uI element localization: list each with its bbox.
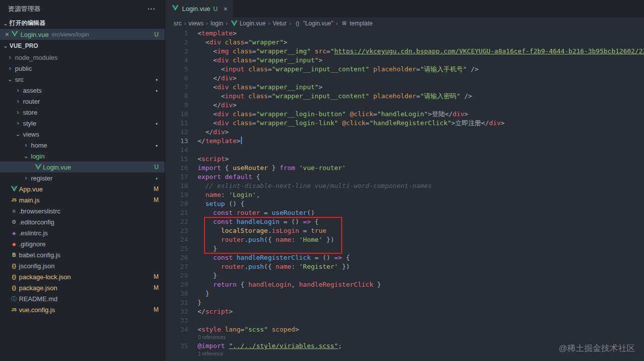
chevron-right-icon: ›: [14, 120, 22, 127]
tree-item-Login.vue[interactable]: Login.vueU: [0, 162, 165, 173]
tree-item-package.json[interactable]: {}package.jsonM: [0, 282, 165, 293]
tree-item-store[interactable]: ›store: [0, 107, 165, 118]
tree-item-src[interactable]: ⌄src●: [0, 74, 165, 85]
tree-item-register[interactable]: ›register●: [0, 173, 165, 183]
code-editor[interactable]: 1<template>2 <div class="wrapper">3 <img…: [165, 29, 644, 361]
code-line-8[interactable]: 8 <input class="wrapper__input__content"…: [165, 92, 644, 101]
code-line-9[interactable]: 9 </div>: [165, 101, 644, 110]
breadcrumb-item-login[interactable]: login: [211, 20, 223, 27]
code-line-22[interactable]: 22 const handleLogin = () => {: [165, 217, 644, 226]
tree-item-style[interactable]: ›style●: [0, 118, 165, 129]
tree-item-README.md[interactable]: ⓘREADME.md: [0, 293, 165, 304]
tree-item-.editorconfig[interactable]: ⚙.editorconfig: [0, 216, 165, 227]
tab-close-icon[interactable]: ×: [223, 5, 227, 13]
tree-item-package-lock.json[interactable]: {}package-lock.jsonM: [0, 271, 165, 282]
code-line-20[interactable]: 20 setup () {: [165, 199, 644, 208]
more-actions-icon[interactable]: ···: [148, 5, 156, 12]
code-line-24[interactable]: 24 router.push({ name: 'Home' }): [165, 235, 644, 244]
tree-item-node_modules[interactable]: ›node_modules: [0, 52, 165, 63]
code-line-7[interactable]: 7 <div class="wrapper__input">: [165, 83, 644, 92]
breadcrumb-item-src[interactable]: src: [174, 20, 182, 27]
code-line-14[interactable]: 14: [165, 146, 644, 155]
breadcrumb-item-views[interactable]: views: [189, 20, 204, 27]
code-line-34[interactable]: 34<style lang="scss" scoped>: [165, 325, 644, 334]
code-line-4[interactable]: 4 <div class="wrapper__input">: [165, 56, 644, 65]
line-number: 4: [165, 56, 188, 65]
tree-item-.gitignore[interactable]: ◆.gitignore: [0, 238, 165, 249]
code-line-17[interactable]: 17export default {: [165, 173, 644, 181]
git-change-dot: ●: [156, 122, 158, 125]
line-number: 29: [165, 280, 188, 289]
breadcrumb-item-template[interactable]: ⊞template: [340, 20, 373, 27]
line-number: 20: [165, 199, 188, 208]
code-line-13[interactable]: 13</template>: [165, 137, 644, 146]
code-line-11[interactable]: 11 <div class="wrapper__login-link" @cli…: [165, 119, 644, 128]
code-line-2[interactable]: 2 <div class="wrapper">: [165, 38, 644, 47]
tree-item-label: public: [15, 65, 32, 72]
code-line-5[interactable]: 5 <input class="wrapper__input__content"…: [165, 65, 644, 74]
tree-item-home[interactable]: ›home●: [0, 140, 165, 151]
code-line-28[interactable]: 28 }: [165, 271, 644, 280]
code-line-26[interactable]: 26 const handleRegisterClick = () => {: [165, 253, 644, 262]
tree-item-assets[interactable]: ›assets●: [0, 85, 165, 96]
breadcrumb-item-Login.vue[interactable]: {}"Login.vue": [293, 20, 333, 27]
explorer-header: 资源管理器 ···: [0, 0, 165, 17]
code-line-30[interactable]: 30 }: [165, 289, 644, 298]
open-editor-filename: Login.vue: [20, 31, 48, 38]
breadcrumb-item-label: src: [174, 20, 182, 27]
code-line-33[interactable]: 33: [165, 316, 644, 325]
tree-item-login[interactable]: ⌄login: [0, 151, 165, 162]
line-number: 14: [165, 146, 188, 155]
tree-item-router[interactable]: ›router: [0, 96, 165, 107]
code-line-16[interactable]: 16import { useRouter } from 'vue-router': [165, 164, 644, 173]
code-line-32[interactable]: 32</script>: [165, 307, 644, 316]
code-line-6[interactable]: 6 </div>: [165, 74, 644, 83]
text-cursor: [241, 137, 242, 144]
codelens-references[interactable]: 0 references: [165, 334, 644, 342]
tree-item-babel.config.js[interactable]: Bbabel.config.js: [0, 249, 165, 260]
line-number: 22: [165, 217, 188, 226]
tree-item-main.js[interactable]: JSmain.jsM: [0, 194, 165, 205]
code-line-19[interactable]: 19 name: 'Login',: [165, 190, 644, 199]
tree-item-jsconfig.json[interactable]: {}jsconfig.json: [0, 260, 165, 271]
code-line-31[interactable]: 31}: [165, 298, 644, 307]
open-editor-path: src/views/login: [51, 31, 89, 37]
code-line-1[interactable]: 1<template>: [165, 29, 644, 38]
project-section-header[interactable]: ⌄ VUE_PRO: [0, 40, 165, 51]
tree-item-.browserslistrc[interactable]: ≡.browserslistrc: [0, 205, 165, 216]
tree-item-.eslintrc.js[interactable]: ◈.eslintrc.js: [0, 227, 165, 238]
line-number: 26: [165, 253, 188, 262]
tree-item-label: .gitignore: [19, 240, 45, 248]
breadcrumb-item-Vetur[interactable]: Vetur: [272, 20, 286, 27]
code-line-3[interactable]: 3 <img class="wrapper__img" src="https:/…: [165, 47, 644, 56]
code-line-10[interactable]: 10 <div class="wrapper__login-button" @c…: [165, 110, 644, 119]
code-line-18[interactable]: 18 // eslint-disable-next-line vue/multi…: [165, 181, 644, 190]
line-number: 10: [165, 110, 188, 119]
breadcrumb-item-Login.vue[interactable]: Login.vue: [230, 20, 265, 27]
tree-item-public[interactable]: ›public: [0, 63, 165, 74]
code-line-12[interactable]: 12 </div>: [165, 128, 644, 137]
tab-login-vue[interactable]: Login.vue U ×: [165, 0, 234, 17]
project-name: VUE_PRO: [9, 42, 38, 49]
open-editor-item-login-vue[interactable]: × Login.vue src/views/login U: [0, 29, 165, 40]
code-line-27[interactable]: 27 router.push({ name: 'Register' }): [165, 262, 644, 271]
code-line-25[interactable]: 25 }: [165, 244, 644, 253]
tree-item-label: Login.vue: [43, 164, 71, 171]
close-icon[interactable]: ×: [3, 30, 10, 38]
chevron-right-icon: ›: [6, 54, 14, 61]
code-line-21[interactable]: 21 const router = useRouter(): [165, 208, 644, 217]
code-line-15[interactable]: 15<script>: [165, 155, 644, 164]
chevron-down-icon: ⌄: [1, 42, 9, 49]
code-line-23[interactable]: 23 localStorage.isLogin = true: [165, 226, 644, 235]
breadcrumb: src›views›login›Login.vue›Vetur›{}"Login…: [165, 17, 644, 29]
open-editors-section-header[interactable]: ⌄ 打开的编辑器: [0, 17, 165, 29]
tree-item-App.vue[interactable]: App.vueM: [0, 183, 165, 194]
code-line-29[interactable]: 29 return { handleLogin, handleRegisterC…: [165, 280, 644, 289]
tree-item-views[interactable]: ⌄views: [0, 129, 165, 140]
git-change-dot: ●: [156, 177, 158, 180]
tree-item-vue.config.js[interactable]: JSvue.config.jsM: [0, 304, 165, 315]
breadcrumb-separator: ›: [289, 20, 291, 27]
tree-item-label: store: [23, 109, 37, 116]
vue-icon: [10, 31, 18, 38]
tree-item-label: login: [31, 153, 44, 160]
